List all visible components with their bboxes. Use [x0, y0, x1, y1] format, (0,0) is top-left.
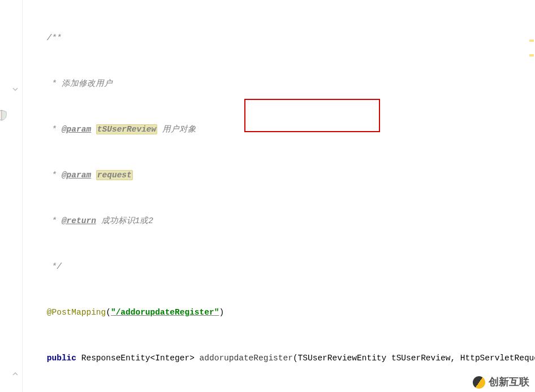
- fold-handle-top-icon[interactable]: [12, 83, 18, 89]
- code-line: * @param request: [23, 168, 535, 183]
- fold-handle-bot-icon[interactable]: [12, 368, 18, 373]
- code-line: public ResponseEntity<Integer> addorupda…: [23, 351, 535, 366]
- scroll-marker-warning-icon[interactable]: [529, 54, 534, 56]
- scroll-marker-strip[interactable]: [530, 0, 534, 392]
- code-line: * @return 成功标识1或2: [23, 214, 535, 229]
- code-line: @PostMapping("/addorupdateRegister"): [23, 305, 535, 320]
- code-line: */: [23, 259, 535, 275]
- code-editor[interactable]: /** * 添加修改用户 * @param tSUserReview 用户对象 …: [23, 0, 535, 392]
- code-line: /**: [23, 31, 535, 46]
- watermark-logo-icon: [471, 373, 488, 391]
- gutter-method-icon[interactable]: [0, 110, 7, 121]
- code-line: * 添加修改用户: [23, 76, 535, 92]
- watermark-text: 创新互联: [489, 374, 529, 390]
- scroll-marker-warning-icon[interactable]: [529, 40, 534, 42]
- code-line: * @param tSUserReview 用户对象: [23, 122, 535, 137]
- editor-gutter: [0, 0, 23, 392]
- watermark: 创新互联: [473, 374, 529, 390]
